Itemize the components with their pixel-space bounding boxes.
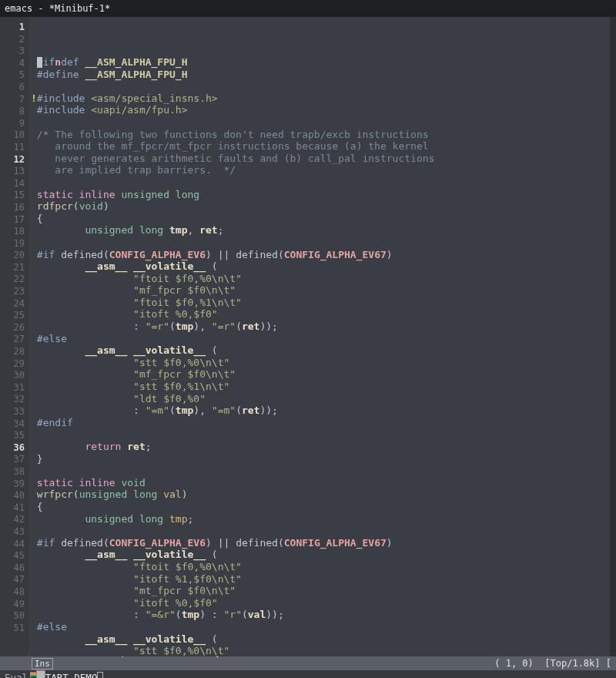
line-number: 40 <box>0 490 25 502</box>
code-line[interactable] <box>31 237 616 249</box>
code-line[interactable]: static inline void <box>31 477 616 489</box>
code-line[interactable]: unsigned long tmp, ret; <box>31 224 616 237</box>
line-number: 31 <box>0 382 25 394</box>
code-line[interactable]: #if defined(CONFIG_ALPHA_EV6) || defined… <box>31 537 616 549</box>
code-line[interactable]: #define __ASM_ALPHA_FPU_H <box>31 69 616 81</box>
code-line[interactable]: "ftoit $f0,%1\n\t" <box>31 297 616 309</box>
code-line[interactable]: rdfpcr(void) <box>31 200 616 213</box>
code-line[interactable]: : "=r"(tmp), "=r"(ret)); <box>31 321 616 333</box>
mode-line: .../linux/arch/alpha/include/asm/fpu.h I… <box>0 656 616 670</box>
line-number: 39 <box>0 478 25 491</box>
code-line[interactable]: #else <box>31 621 616 633</box>
line-number: 22 <box>0 274 25 286</box>
code-line[interactable]: #include <uapi/asm/fpu.h> <box>31 104 616 116</box>
line-number: 5 <box>0 69 25 82</box>
line-number: 2 <box>0 34 25 46</box>
code-line[interactable]: #ifndef __ASM_ALPHA_FPU_H <box>31 56 616 69</box>
window-title: emacs - *Minibuf-1* <box>5 3 110 15</box>
code-line[interactable]: "mt_fpcr $f0\n\t" <box>31 585 616 597</box>
code-line[interactable]: __asm__ __volatile__ ( <box>31 633 616 646</box>
code-line[interactable]: wrfpcr(unsigned long val) <box>31 488 616 501</box>
code-line[interactable]: #else <box>31 333 616 345</box>
line-number: 25 <box>0 310 25 322</box>
line-number: 43 <box>0 526 25 539</box>
line-number: 46 <box>0 562 25 575</box>
code-line[interactable] <box>31 525 616 537</box>
line-number: 4 <box>0 58 25 70</box>
line-number: 36 <box>0 442 25 455</box>
code-line[interactable]: "itoft %1,$f0\n\t" <box>31 573 616 586</box>
line-number: 11 <box>0 142 25 154</box>
line-number: 19 <box>0 238 25 250</box>
line-number: 13 <box>0 166 25 178</box>
text-cursor <box>37 57 42 68</box>
code-line[interactable]: { <box>31 501 616 513</box>
code-line[interactable] <box>31 428 616 441</box>
line-number: 9 <box>0 118 25 130</box>
code-line[interactable]: static inline unsigned long <box>31 189 616 201</box>
code-line[interactable] <box>31 80 616 92</box>
code-line[interactable]: around the mf_fpcr/mt_fpcr instructions … <box>31 140 616 153</box>
code-line[interactable]: : "=&r"(tmp) : "r"(val)); <box>31 609 616 621</box>
code-line[interactable]: "stt $f0,%0\n\t" <box>31 357 616 369</box>
line-number: 12 <box>0 154 25 166</box>
code-line[interactable]: #endif <box>31 417 616 429</box>
line-number: 24 <box>0 298 25 310</box>
code-line[interactable]: #if defined(CONFIG_ALPHA_EV6) || defined… <box>31 249 616 261</box>
code-line[interactable] <box>31 116 616 129</box>
mode-line-tail: [ <box>606 658 611 669</box>
line-number: 8 <box>0 106 25 118</box>
code-line[interactable]: /* The following two functions don't nee… <box>31 129 616 141</box>
line-number: 28 <box>0 346 25 358</box>
line-number: 51 <box>0 623 25 635</box>
line-number: 35 <box>0 430 25 442</box>
code-line[interactable]: !#include <asm/special_insns.h> <box>31 92 616 105</box>
code-line[interactable]: __asm__ __volatile__ ( <box>31 260 616 273</box>
line-number: 21 <box>0 262 25 274</box>
code-line[interactable]: "itoft %0,$f0" <box>31 597 616 609</box>
line-number: 42 <box>0 514 25 526</box>
cursor-position: ( 1, 0) <box>494 658 534 669</box>
line-number: 50 <box>0 610 25 623</box>
code-line[interactable]: __asm__ __volatile__ ( <box>31 344 616 357</box>
line-number: 17 <box>0 214 25 227</box>
line-number: 47 <box>0 574 25 586</box>
minibuffer-input[interactable]: START DEMO <box>39 672 97 679</box>
line-number: 38 <box>0 466 25 478</box>
code-line[interactable]: "ldt $f0,%0" <box>31 393 616 405</box>
code-line[interactable]: never generates arithmetic faults and (b… <box>31 153 616 165</box>
line-number: 49 <box>0 599 25 611</box>
line-number: 23 <box>0 286 25 298</box>
line-number: 15 <box>0 190 25 202</box>
code-line[interactable] <box>31 465 616 477</box>
line-number: 27 <box>0 334 25 346</box>
nyan-cat-icon <box>35 670 45 678</box>
code-line[interactable]: __asm__ __volatile__ ( <box>31 549 616 561</box>
code-line[interactable] <box>31 176 616 189</box>
line-number: 1 <box>0 22 25 34</box>
code-line[interactable]: "itoft %0,$f0" <box>31 308 616 321</box>
line-number: 16 <box>0 202 25 214</box>
code-line[interactable]: } <box>31 453 616 465</box>
code-line[interactable]: "ftoit $f0,%0\n\t" <box>31 561 616 573</box>
line-number: 29 <box>0 358 25 371</box>
line-number: 18 <box>0 226 25 238</box>
line-number: 34 <box>0 418 25 431</box>
code-line[interactable]: "mf_fpcr $f0\n\t" <box>31 368 616 381</box>
scroll-position: [Top/1.8k] <box>544 658 600 669</box>
minibuffer-cursor <box>97 672 103 678</box>
code-buffer[interactable]: #ifndef __ASM_ALPHA_FPU_H #define __ASM_… <box>29 17 616 656</box>
code-line[interactable]: return ret; <box>31 441 616 453</box>
line-number: 20 <box>0 250 25 262</box>
code-line[interactable]: unsigned long tmp; <box>31 513 616 525</box>
code-line[interactable]: : "=m"(tmp), "=m"(ret)); <box>31 404 616 417</box>
line-number: 48 <box>0 586 25 599</box>
code-line[interactable]: "mf_fpcr $f0\n\t" <box>31 284 616 297</box>
code-line[interactable]: "ftoit $f0,%0\n\t" <box>31 273 616 285</box>
code-line[interactable]: "stt $f0,%0\n\t" <box>31 645 616 656</box>
line-number: 3 <box>0 45 25 58</box>
code-line[interactable]: are implied trap barriers. */ <box>31 164 616 176</box>
code-line[interactable]: "stt $f0,%1\n\t" <box>31 381 616 393</box>
code-line[interactable]: { <box>31 213 616 225</box>
editor-area[interactable]: 1234567891011121314151617181920212223242… <box>0 17 616 656</box>
